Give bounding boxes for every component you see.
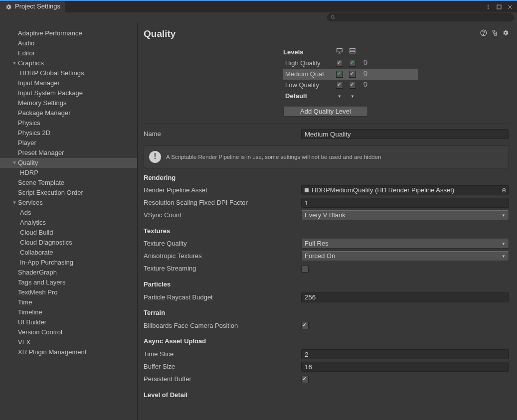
sidebar-item-script-execution-order[interactable]: ▶Script Execution Order	[0, 188, 137, 198]
section-lod: Level of Detail	[144, 391, 509, 400]
monitor-icon	[333, 47, 346, 57]
quality-level-row[interactable]: Low Quality	[283, 80, 418, 91]
server-icon	[346, 47, 359, 57]
vsync-dropdown[interactable]: Every V Blank▼	[301, 210, 509, 220]
sidebar-item-time[interactable]: ▶Time	[0, 297, 137, 307]
sidebar-item-preset-manager[interactable]: ▶Preset Manager	[0, 148, 137, 158]
sidebar-item-label: Player	[18, 139, 36, 147]
trash-icon[interactable]	[359, 81, 372, 90]
trash-icon[interactable]	[359, 59, 372, 68]
sidebar-item-adaptive-performance[interactable]: ▶Adaptive Performance	[0, 28, 137, 38]
sidebar-item-memory-settings[interactable]: ▶Memory Settings	[0, 98, 137, 108]
window-tab-bar: Project Settings	[0, 0, 517, 12]
buffer-size-input[interactable]	[301, 362, 509, 372]
quality-level-checkbox[interactable]	[336, 60, 343, 67]
sidebar-item-collaborate[interactable]: Collaborate	[0, 248, 137, 258]
sidebar-item-label: Preset Manager	[18, 148, 64, 157]
sidebar-item-vfx[interactable]: ▶VFX	[0, 337, 137, 347]
sidebar-item-physics[interactable]: ▶Physics	[0, 118, 137, 128]
quality-level-checkbox[interactable]	[349, 71, 356, 78]
sidebar-item-in-app-purchasing[interactable]: In-App Purchasing	[0, 258, 137, 268]
sidebar-item-cloud-diagnostics[interactable]: Cloud Diagnostics	[0, 238, 137, 248]
sidebar-item-shadergraph[interactable]: ▶ShaderGraph	[0, 268, 137, 278]
sidebar-item-package-manager[interactable]: ▶Package Manager	[0, 108, 137, 118]
default-dropdown-2[interactable]: ▼	[346, 94, 359, 99]
sidebar-item-label: Script Execution Order	[18, 188, 83, 197]
svg-rect-10	[337, 48, 343, 52]
expand-arrow-icon: ▼	[12, 159, 18, 166]
sidebar-item-label: Tags and Layers	[18, 278, 65, 287]
name-input[interactable]	[301, 129, 509, 139]
quality-level-checkbox[interactable]	[336, 82, 343, 89]
sidebar-item-editor[interactable]: ▶Editor	[0, 48, 137, 58]
default-dropdown-1[interactable]: ▼	[333, 94, 346, 99]
quality-level-row[interactable]: High Quality	[283, 58, 418, 69]
sidebar-item-ads[interactable]: Ads	[0, 208, 137, 218]
gear-icon	[5, 3, 12, 10]
sidebar-item-ui-builder[interactable]: ▶UI Builder	[0, 317, 137, 327]
sidebar-item-scene-template[interactable]: ▶Scene Template	[0, 178, 137, 188]
search-input[interactable]	[338, 14, 511, 20]
sidebar-item-audio[interactable]: ▶Audio	[0, 38, 137, 48]
sidebar-item-cloud-build[interactable]: Cloud Build	[0, 228, 137, 238]
svg-point-9	[484, 34, 484, 35]
sidebar-item-label: TextMesh Pro	[18, 288, 57, 297]
sidebar-item-label: Scene Template	[18, 178, 64, 187]
texture-streaming-checkbox[interactable]	[301, 265, 309, 273]
sidebar-item-label: ShaderGraph	[18, 268, 57, 277]
sidebar-item-hdrp-global-settings[interactable]: HDRP Global Settings	[0, 68, 137, 78]
time-slice-input[interactable]	[301, 349, 509, 359]
kebab-menu-icon[interactable]	[485, 4, 491, 10]
sidebar-item-label: Quality	[18, 158, 38, 167]
texture-quality-dropdown[interactable]: Full Res▼	[301, 239, 509, 249]
settings-icon[interactable]	[502, 29, 509, 39]
section-async: Async Asset Upload	[144, 337, 509, 346]
section-terrain: Terrain	[144, 308, 509, 317]
rp-label: Render Pipeline Asset	[144, 186, 301, 195]
sidebar-item-label: Cloud Build	[20, 228, 53, 237]
sidebar-item-label: Package Manager	[18, 109, 71, 118]
preset-icon[interactable]	[491, 29, 498, 39]
sidebar-item-label: Memory Settings	[18, 99, 67, 108]
quality-level-checkbox[interactable]	[336, 71, 343, 78]
maximize-icon[interactable]	[496, 4, 502, 10]
vsync-label: VSync Count	[144, 211, 301, 220]
help-icon[interactable]	[480, 29, 487, 39]
quality-level-row[interactable]: Medium Qual	[283, 69, 418, 80]
render-pipeline-asset-field[interactable]: HDRPMediumQuality (HD Render Pipeline As…	[301, 185, 509, 195]
sidebar-item-timeline[interactable]: ▶Timeline	[0, 307, 137, 317]
add-quality-level-button[interactable]: Add Quality Level	[283, 107, 368, 117]
sidebar-item-label: In-App Purchasing	[20, 258, 73, 267]
sidebar-item-version-control[interactable]: ▶Version Control	[0, 327, 137, 337]
sidebar-item-xr-plugin-management[interactable]: ▶XR Plugin Management	[0, 347, 137, 357]
sidebar-item-input-manager[interactable]: ▶Input Manager	[0, 78, 137, 88]
search-field-wrap[interactable]	[327, 13, 514, 21]
sidebar-item-textmesh-pro[interactable]: ▶TextMesh Pro	[0, 287, 137, 297]
quality-level-checkbox[interactable]	[349, 60, 356, 67]
billboards-checkbox[interactable]	[301, 322, 309, 329]
persistent-buffer-label: Persistent Buffer	[144, 375, 301, 384]
sidebar-item-input-system-package[interactable]: ▶Input System Package	[0, 88, 137, 98]
levels-header: Levels	[283, 48, 333, 57]
sidebar-item-label: Timeline	[18, 308, 42, 317]
raycast-budget-input[interactable]	[301, 292, 509, 302]
close-icon[interactable]	[507, 4, 513, 10]
sidebar-item-label: UI Builder	[18, 318, 46, 327]
dpi-input[interactable]	[301, 198, 509, 208]
quality-level-checkbox[interactable]	[349, 82, 356, 89]
sidebar-item-hdrp[interactable]: HDRP	[0, 168, 137, 178]
aniso-dropdown[interactable]: Forced On▼	[301, 251, 509, 261]
sidebar-item-services[interactable]: ▼Services	[0, 198, 137, 208]
trash-icon[interactable]	[359, 70, 372, 79]
sidebar-item-graphics[interactable]: ▼Graphics	[0, 58, 137, 68]
asset-picker-icon[interactable]	[500, 186, 508, 194]
persistent-buffer-checkbox[interactable]	[301, 376, 309, 383]
info-box: ! A Scriptable Render Pipeline is in use…	[144, 145, 509, 168]
sidebar-item-player[interactable]: ▶Player	[0, 138, 137, 148]
sidebar-item-quality[interactable]: ▼Quality	[0, 158, 137, 168]
tab-project-settings[interactable]: Project Settings	[0, 1, 65, 12]
sidebar-item-physics-2d[interactable]: ▶Physics 2D	[0, 128, 137, 138]
sidebar-item-tags-and-layers[interactable]: ▶Tags and Layers	[0, 278, 137, 287]
page-title: Quality	[144, 27, 175, 41]
sidebar-item-analytics[interactable]: Analytics	[0, 218, 137, 228]
